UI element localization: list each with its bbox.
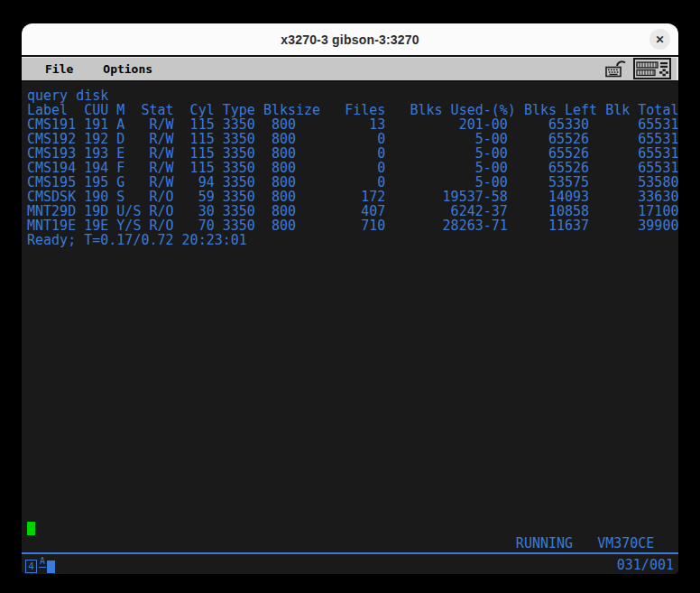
close-button[interactable]: ✕	[649, 29, 670, 50]
terminal-row	[27, 406, 678, 421]
window-title: x3270-3 gibson-3:3270	[281, 32, 419, 47]
oia-block-indicator	[47, 561, 55, 573]
terminal-row: MNT19E 19E Y/S R/O 70 3350 800 710 28263…	[27, 218, 678, 233]
terminal-row	[27, 276, 678, 291]
terminal-row: CMS191 191 A R/W 115 3350 800 13 201-00 …	[27, 117, 678, 132]
keypad-toggle-button[interactable]	[633, 58, 671, 79]
oia-keyboard-mode-indicator: A	[39, 557, 46, 568]
terminal-row	[27, 522, 678, 536]
terminal-row	[27, 348, 678, 363]
menu-options[interactable]: Options	[99, 60, 156, 78]
menubar: File Options	[22, 55, 678, 82]
terminal-row	[27, 291, 678, 305]
terminal-row: CMS193 193 E R/W 115 3350 800 0 5-00 655…	[27, 146, 678, 161]
oia-indicators: 4 A	[25, 557, 55, 573]
terminal-row: CMS194 194 F R/W 115 3350 800 0 5-00 655…	[27, 161, 678, 175]
menubar-right-indicators	[604, 57, 671, 80]
terminal-row	[27, 247, 678, 262]
terminal-row	[27, 493, 678, 507]
terminal-row	[27, 478, 678, 493]
terminal-area: query diskLabel CUU M Stat Cyl Type Blks…	[22, 82, 678, 574]
terminal-row: Ready; T=0.17/0.72 20:23:01	[27, 233, 678, 247]
terminal-row	[27, 507, 678, 522]
window-titlebar: x3270-3 gibson-3:3270 ✕	[22, 23, 678, 55]
terminal-row	[27, 262, 678, 276]
terminal-cursor	[27, 522, 35, 535]
terminal-row: CMS195 195 G R/W 94 3350 800 0 5-00 5357…	[27, 175, 678, 190]
x3270-window: x3270-3 gibson-3:3270 ✕ File Options	[22, 23, 678, 574]
terminal-row	[27, 464, 678, 478]
terminal-row	[27, 435, 678, 449]
oia-status-line: 4 A 031/001	[22, 555, 678, 574]
terminal-row: RUNNING VM370CE	[27, 536, 678, 551]
terminal-row	[27, 363, 678, 377]
terminal-row	[27, 421, 678, 435]
terminal-row: query disk	[27, 88, 678, 103]
terminal-row	[27, 377, 678, 392]
oia-cursor-position: 031/001	[617, 558, 674, 572]
terminal-row	[27, 449, 678, 464]
terminal-row	[27, 392, 678, 406]
terminal-row	[27, 305, 678, 320]
close-icon: ✕	[655, 33, 664, 46]
oia-connection-indicator: 4	[25, 560, 37, 573]
terminal-row	[27, 334, 678, 348]
terminal-row: Label CUU M Stat Cyl Type Blksize Files …	[27, 103, 678, 117]
terminal-row: CMSDSK 190 S R/O 59 3350 800 172 19537-5…	[27, 190, 678, 204]
keyboard-unlock-icon	[604, 58, 627, 79]
terminal-row: MNT29D 19D U/S R/O 30 3350 800 407 6242-…	[27, 204, 678, 218]
oia-separator-line	[22, 552, 678, 554]
terminal-row	[27, 320, 678, 334]
menu-file[interactable]: File	[41, 60, 77, 78]
terminal-row: CMS192 192 D R/W 115 3350 800 0 5-00 655…	[27, 132, 678, 146]
keypad-icon	[636, 60, 668, 77]
terminal-screen[interactable]: query diskLabel CUU M Stat Cyl Type Blks…	[27, 88, 678, 551]
